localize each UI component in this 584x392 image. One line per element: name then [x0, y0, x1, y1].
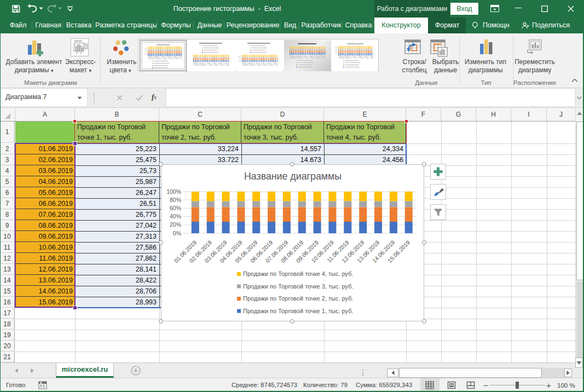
svg-text:20%: 20% — [170, 221, 181, 228]
svg-text:80%: 80% — [170, 197, 181, 203]
svg-text:0%: 0% — [173, 230, 181, 237]
svg-text:Продажи по Торговой точке 1, т: Продажи по Торговой точке 1, тыс. руб. — [243, 308, 354, 314]
svg-text:100%: 100% — [166, 188, 181, 195]
svg-text:Продажи по Торговой точке 3, т: Продажи по Торговой точке 3, тыс. руб. — [243, 283, 354, 290]
svg-text:60%: 60% — [170, 205, 181, 211]
svg-text:Продажи по Торговой точке 2, т: Продажи по Торговой точке 2, тыс. руб. — [243, 295, 354, 302]
svg-text:Название диаграммы: Название диаграммы — [244, 171, 342, 182]
svg-text:Продажи по Торговой точке 4, т: Продажи по Торговой точке 4, тыс. руб. — [243, 270, 354, 277]
svg-text:40%: 40% — [170, 213, 181, 220]
